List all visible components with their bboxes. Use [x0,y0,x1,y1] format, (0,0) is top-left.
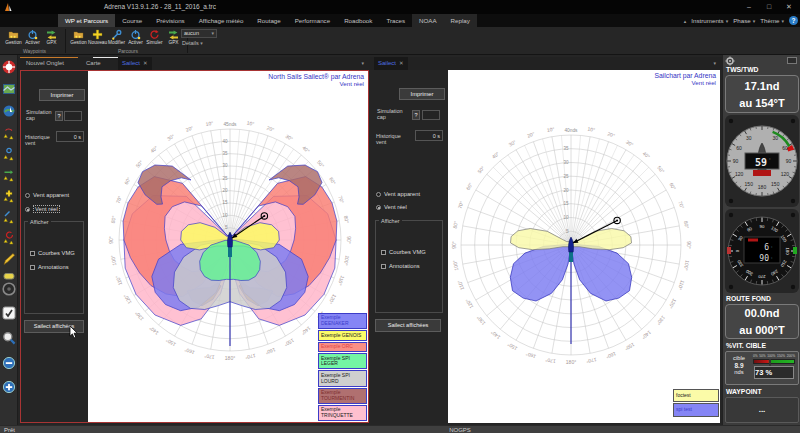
svg-text:120°: 120° [464,298,474,310]
ribbon-button-gpx[interactable]: GPX [42,28,61,45]
svg-text:90: 90 [760,224,765,229]
courbes-vmg-checkbox[interactable] [381,250,386,255]
lifebuoy-icon[interactable] [2,60,16,74]
svg-text:100°: 100° [343,255,351,266]
gauge-icon[interactable] [2,282,16,296]
folder-icon [73,29,84,40]
help-icon[interactable]: ? [789,16,798,25]
details-dropdown[interactable]: Détails ▾ [182,40,203,46]
annotations-label[interactable]: Annotations [389,263,420,269]
menu-tab-performance[interactable]: Performance [288,14,337,27]
magnifier-icon[interactable] [2,331,16,345]
waypoint-manage-icon[interactable] [2,126,16,140]
simulation-help-button[interactable]: ? [412,110,420,120]
simulation-help-button[interactable]: ? [55,111,63,121]
print-button[interactable]: Imprimer [39,89,85,101]
tab-list-icon[interactable]: ▾ [713,60,716,66]
svg-text:140°: 140° [490,329,502,340]
vent-reel-label[interactable]: Vent réel [33,205,60,213]
simulation-cap-label: Simulation cap [377,108,403,120]
vent-reel-radio[interactable] [376,205,381,210]
menu-tab-noaa[interactable]: NOAA [412,14,444,27]
annotations-label[interactable]: Annotations [38,264,69,270]
historique-vent-input[interactable]: 0 s [56,131,84,142]
sail-legend: Exemple DEENAKERExemple GENOISExemple OR… [318,312,367,421]
course-dropdown[interactable]: aucun ▾ [181,29,217,38]
route-modify-icon[interactable] [2,210,16,224]
vent-apparent-label[interactable]: Vent apparent [33,192,69,198]
simulation-cap-input[interactable] [64,111,82,121]
vent-reel-radio[interactable] [25,207,30,212]
sailchart-window-right: Sailect✕ ▾ Imprimer Simulation cap ? His… [370,55,722,425]
annotations-checkbox[interactable] [381,264,386,269]
left-polar-chart[interactable]: 10°10°20°20°30°30°40°40°50°50°60°60°70°7… [88,71,368,422]
maximize-button[interactable]: □ [762,0,776,14]
draw-icon[interactable] [2,252,16,266]
menu-tab-replay[interactable]: Replay [444,14,477,27]
legend-item: foctest [673,389,719,403]
globe-icon[interactable] [2,104,16,118]
waypoint-gpx-icon[interactable] [2,168,16,182]
svg-text:20: 20 [222,188,228,193]
route-simulate-icon[interactable] [2,231,16,245]
menu-tab-course[interactable]: Course [115,14,149,27]
gear-icon[interactable] [725,56,735,66]
select-check-icon[interactable] [2,306,16,320]
window-tab-sailect[interactable]: Sailect✕ [374,57,408,70]
legend-item: spi test [673,403,719,417]
menu-tab-pr-visions[interactable]: Prévisions [149,14,192,27]
right-polar-chart[interactable]: 10°10°20°20°30°30°40°40°50°50°60°60°70°7… [448,70,720,423]
collapse-ribbon-icon[interactable]: ▴ [684,18,687,24]
courbes-vmg-label[interactable]: Courbes VMG [38,250,75,256]
sponge-icon[interactable] [2,269,16,283]
close-tab-icon[interactable]: ✕ [399,60,404,66]
minimize-button[interactable]: – [742,0,756,14]
annotations-checkbox[interactable] [30,265,35,270]
svg-text:170°: 170° [545,357,556,365]
courbes-vmg-label[interactable]: Courbes VMG [389,249,426,255]
waypoint-activate-icon[interactable] [2,147,16,161]
vent-apparent-radio[interactable] [25,193,30,198]
menu-phase[interactable]: Phase▾ [733,17,755,24]
ribbon-button-simuler[interactable]: Simuler [145,28,164,45]
ribbon-button-modifier[interactable]: Modifier [107,28,126,45]
vent-apparent-label[interactable]: Vent apparent [384,191,420,197]
menu-tab-affichage-m-t-o[interactable]: Affichage météo [192,14,251,27]
zoom-in-icon[interactable] [2,380,16,394]
historique-vent-input[interactable]: 0 s [415,130,443,141]
simulation-cap-input[interactable] [422,110,440,120]
vent-reel-label[interactable]: Vent réel [384,204,407,210]
close-button[interactable]: ✕ [782,0,796,14]
status-bar: Prêt NOGPS [0,425,800,433]
window-tab-nouvel-onglet[interactable]: Nouvel Onglet [22,57,68,70]
svg-text:170°: 170° [586,357,597,365]
map-icon[interactable] [2,82,16,96]
panel-menu-icon[interactable] [787,57,797,64]
vent-apparent-radio[interactable] [376,192,381,197]
route-new-icon[interactable] [2,189,16,203]
zoom-out-icon[interactable] [2,356,16,370]
close-tab-icon[interactable]: ✕ [143,60,148,66]
menu-tab-routage[interactable]: Routage [250,14,287,27]
svg-text:60°: 60° [328,176,337,186]
print-button[interactable]: Imprimer [399,88,445,100]
tab-list-icon[interactable]: ▾ [361,60,364,66]
sailect-affichees-button[interactable]: Sailect affichées [375,319,441,332]
window-tab-sailect[interactable]: Sailect✕ [118,57,152,70]
polar-chart-canvas[interactable]: 10°10°20°20°30°30°40°40°50°50°60°60°70°7… [448,70,720,421]
ribbon-button-gestion[interactable]: Gestion [69,28,88,45]
menu-tab-traces[interactable]: Traces [379,14,412,27]
ribbon-button-activer[interactable]: Activer [126,28,145,45]
menu-tab-roadbook[interactable]: Roadbook [337,14,379,27]
ribbon-button-activer[interactable]: Activer [23,28,42,45]
svg-text:20°: 20° [266,125,275,133]
ribbon-button-gestion[interactable]: Gestion [4,28,23,45]
right-control-panel: Imprimer Simulation cap ? Historique ven… [372,70,448,423]
vit-scale-labels: 0%50%100%150%200% [752,352,796,358]
ribbon-button-nouveau[interactable]: Nouveau [88,28,107,45]
menu-theme[interactable]: Thème▾ [760,17,784,24]
window-tab-carte[interactable]: Carte [82,57,105,70]
courbes-vmg-checkbox[interactable] [30,251,35,256]
menu-instruments[interactable]: Instruments▾ [691,17,728,24]
menu-tab-wp-et-parcours[interactable]: WP et Parcours [58,14,115,27]
